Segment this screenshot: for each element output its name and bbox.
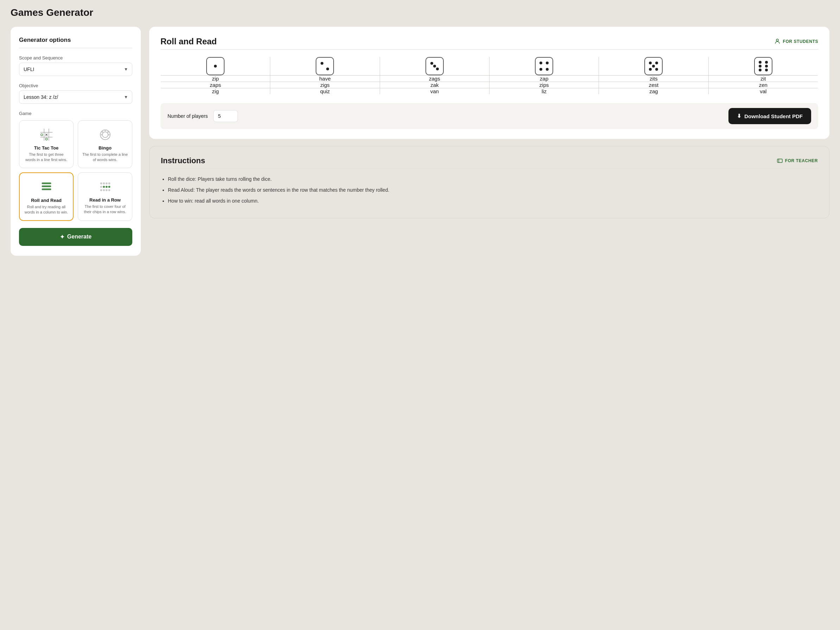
svg-point-25 xyxy=(108,186,110,188)
game-label: Game xyxy=(19,111,132,116)
divider xyxy=(19,48,132,48)
die-3 xyxy=(425,57,444,75)
die-4 xyxy=(535,57,553,75)
read-in-a-row-name: Read in a Row xyxy=(89,197,121,203)
objective-select[interactable]: Lesson 34: z /z/ xyxy=(19,90,132,104)
svg-point-47 xyxy=(765,61,768,64)
word-row-3: zig quiz van liz zag val xyxy=(161,88,818,94)
svg-point-6 xyxy=(46,138,47,140)
svg-point-33 xyxy=(326,68,329,70)
svg-point-51 xyxy=(765,69,768,71)
roll-and-read-icon xyxy=(39,180,54,195)
svg-rect-52 xyxy=(777,159,782,162)
svg-point-36 xyxy=(436,68,439,70)
games-grid: Tic Tac Toe The first to get three words… xyxy=(19,120,132,221)
bingo-desc: The first to complete a line of words wi… xyxy=(82,152,128,163)
svg-point-19 xyxy=(103,182,105,184)
svg-point-35 xyxy=(433,65,436,68)
svg-point-10 xyxy=(101,131,103,133)
bingo-name: Bingo xyxy=(98,145,112,151)
word-3-5: zag xyxy=(599,88,708,94)
generate-label: Generate xyxy=(67,233,92,240)
card-header: Roll and Read FOR STUDENTS xyxy=(161,36,818,46)
generator-options-title: Generator options xyxy=(19,36,132,44)
svg-point-29 xyxy=(108,189,110,191)
svg-point-22 xyxy=(100,186,102,188)
objective-select-wrapper: Lesson 34: z /z/ ▼ xyxy=(19,90,132,104)
word-row-2: zaps zigs zak zips zest zen xyxy=(161,82,818,88)
svg-point-30 xyxy=(776,39,778,41)
svg-point-32 xyxy=(321,62,324,65)
tic-tac-toe-desc: The first to get three words in a line f… xyxy=(24,152,69,163)
die-1-cell xyxy=(161,57,270,76)
die-3-cell xyxy=(380,57,489,76)
die-6 xyxy=(754,57,772,75)
word-2-1: zaps xyxy=(161,82,270,88)
roll-and-read-title: Roll and Read xyxy=(161,36,217,46)
word-1-4: zap xyxy=(489,76,598,82)
svg-point-11 xyxy=(104,130,106,132)
game-card-bingo[interactable]: Bingo The first to complete a line of wo… xyxy=(78,120,132,168)
dice-header-row xyxy=(161,57,818,76)
word-2-6: zen xyxy=(708,82,818,88)
svg-point-41 xyxy=(649,61,652,65)
download-icon: ⬇ xyxy=(737,113,742,119)
tic-tac-toe-icon xyxy=(39,127,54,142)
svg-point-12 xyxy=(107,131,109,133)
word-3-2: quiz xyxy=(270,88,380,94)
for-teacher-label: FOR TEACHER xyxy=(785,158,818,163)
instructions-card: Instructions FOR TEACHER Roll the dice: … xyxy=(149,146,829,219)
svg-point-48 xyxy=(759,65,761,68)
right-panel: Roll and Read FOR STUDENTS xyxy=(149,27,829,219)
svg-point-38 xyxy=(546,61,549,65)
players-label: Number of players xyxy=(167,113,208,119)
objective-label: Objective xyxy=(19,83,132,88)
die-1 xyxy=(206,57,224,75)
read-in-a-row-desc: The first to cover four of their chips i… xyxy=(82,204,128,215)
die-5 xyxy=(644,57,663,75)
svg-point-21 xyxy=(108,182,110,184)
generate-button[interactable]: ✦ Generate xyxy=(19,228,132,246)
game-card-read-in-a-row[interactable]: Read in a Row The first to cover four of… xyxy=(78,172,132,221)
svg-rect-15 xyxy=(41,182,51,184)
game-card-tic-tac-toe[interactable]: Tic Tac Toe The first to get three words… xyxy=(19,120,74,168)
svg-point-31 xyxy=(214,65,217,68)
generate-sparkle-icon: ✦ xyxy=(60,233,65,240)
word-1-5: zits xyxy=(599,76,708,82)
read-in-a-row-icon xyxy=(98,179,113,195)
instructions-header: Instructions FOR TEACHER xyxy=(161,156,818,165)
die-2-cell xyxy=(270,57,380,76)
svg-point-14 xyxy=(101,134,103,136)
scope-select-wrapper: UFLI ▼ xyxy=(19,63,132,76)
svg-point-24 xyxy=(105,186,107,188)
svg-point-40 xyxy=(546,68,549,71)
instructions-list: Roll the dice: Players take turns rollin… xyxy=(161,176,818,205)
svg-point-20 xyxy=(105,182,107,184)
svg-point-18 xyxy=(100,182,102,184)
svg-point-42 xyxy=(655,61,658,65)
download-student-pdf-button[interactable]: ⬇ Download Student PDF xyxy=(728,108,811,124)
game-card-roll-and-read[interactable]: Roll and Read Roll and try reading all w… xyxy=(19,172,74,221)
svg-point-13 xyxy=(108,134,109,136)
word-1-2: have xyxy=(270,76,380,82)
word-2-2: zigs xyxy=(270,82,380,88)
players-input[interactable] xyxy=(213,110,238,122)
scope-select[interactable]: UFLI xyxy=(19,63,132,76)
word-2-5: zest xyxy=(599,82,708,88)
die-6-cell xyxy=(708,57,818,76)
students-icon xyxy=(774,38,780,45)
instruction-item-1: Roll the dice: Players take turns rollin… xyxy=(168,176,818,183)
roll-table: zip have zags zap zits zit zaps zigs zak… xyxy=(161,57,818,94)
bottom-bar: Number of players ⬇ Download Student PDF xyxy=(161,103,818,129)
roll-and-read-desc: Roll and try reading all words in a colu… xyxy=(24,205,69,215)
for-students-label: FOR STUDENTS xyxy=(783,39,818,44)
word-3-6: val xyxy=(708,88,818,94)
svg-point-50 xyxy=(759,69,761,71)
instruction-item-2: Read Aloud: The player reads the words o… xyxy=(168,186,818,194)
bingo-icon xyxy=(98,127,113,142)
card-divider xyxy=(161,49,818,50)
svg-rect-17 xyxy=(41,189,51,190)
tic-tac-toe-name: Tic Tac Toe xyxy=(34,145,58,151)
svg-point-39 xyxy=(540,68,542,71)
svg-point-34 xyxy=(430,62,433,65)
